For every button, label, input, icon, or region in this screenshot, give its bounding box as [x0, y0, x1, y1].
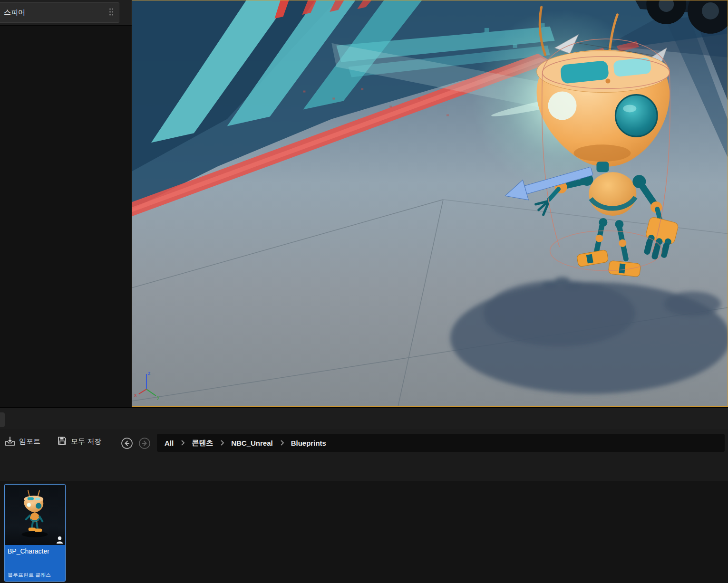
breadcrumb-item-content[interactable]: 콘텐츠 [192, 439, 213, 448]
asset-nameplate: BP_Character 블루프린트 클래스 [5, 545, 65, 581]
import-icon [5, 436, 15, 448]
asset-thumbnail [5, 485, 65, 545]
asset-name: BP_Character [8, 547, 62, 555]
place-actor-item-sphere[interactable]: 스피어 [0, 2, 119, 23]
collapsed-tab[interactable] [0, 412, 5, 427]
robot-eye-lens [615, 95, 657, 137]
content-browser-toolbar: 임포트 모두 저장 [0, 429, 728, 456]
chevron-right-icon [180, 440, 185, 446]
asset-type-label: 블루프린트 클래스 [8, 572, 62, 579]
drag-handle-icon[interactable] [108, 7, 114, 19]
save-all-button[interactable]: 모두 저장 [57, 436, 101, 447]
breadcrumb: All 콘텐츠 NBC_Unreal Blueprints [157, 434, 725, 452]
breadcrumb-item-blueprints[interactable]: Blueprints [291, 439, 326, 447]
svg-text:y: y [157, 394, 160, 400]
place-actors-panel: 스피어 [0, 0, 132, 407]
chevron-right-icon [220, 440, 224, 446]
unreal-editor-window: 스피어 [0, 0, 728, 583]
content-browser-panel: 임포트 모두 저장 [0, 429, 728, 583]
place-actor-label: 스피어 [4, 8, 25, 17]
character-class-icon [56, 536, 63, 544]
place-actors-empty-area [0, 26, 132, 407]
dock-strip [0, 407, 728, 429]
breadcrumb-item-all[interactable]: All [165, 439, 174, 447]
import-button[interactable]: 임포트 [5, 436, 40, 448]
level-viewport[interactable]: z y x [132, 0, 728, 407]
viewport-scene: z y x [132, 0, 728, 406]
asset-grid: BP_Character 블루프린트 클래스 [0, 481, 728, 583]
breadcrumb-item-nbc-unreal[interactable]: NBC_Unreal [231, 439, 273, 447]
robot-headlight [548, 92, 577, 120]
forward-button[interactable] [138, 437, 151, 450]
svg-text:x: x [134, 392, 137, 398]
back-button[interactable] [120, 437, 134, 450]
svg-text:z: z [148, 370, 150, 376]
place-actors-header: 스피어 [0, 0, 132, 26]
asset-tile-bp-character[interactable]: BP_Character 블루프린트 클래스 [5, 485, 65, 581]
save-icon [57, 436, 67, 447]
chevron-right-icon [280, 440, 284, 446]
